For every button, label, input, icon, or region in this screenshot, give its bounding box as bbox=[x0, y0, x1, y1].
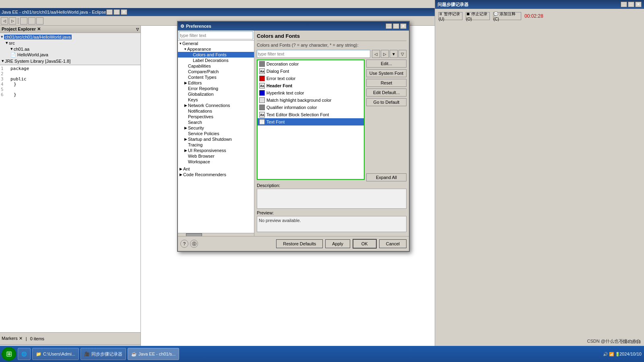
tree-item[interactable]: ▾Appearance bbox=[178, 46, 254, 52]
code-editor[interactable]: 1package 2 3public 4} 5 6} bbox=[0, 65, 140, 332]
color-item-label: Error text color bbox=[266, 76, 295, 81]
ch01-item[interactable]: ▾ ch01.aa bbox=[10, 46, 140, 52]
helloworld-item[interactable]: 📄 HelloWorld.java bbox=[10, 52, 140, 58]
reset-button[interactable]: Reset bbox=[366, 79, 407, 87]
pe-minimize[interactable]: ▽ bbox=[136, 27, 139, 31]
dialog-restore[interactable]: □ bbox=[393, 23, 399, 29]
taskbar-folder[interactable]: 📁 C:\Users\Admi... bbox=[32, 348, 79, 360]
tree-item[interactable]: ▶Capabilities bbox=[178, 63, 254, 69]
tree-item[interactable]: ▶Globalization bbox=[178, 91, 254, 97]
taskbar-sync[interactable]: 🎥 同步步骤记录器 bbox=[80, 348, 126, 360]
edit-button[interactable]: Edit... bbox=[366, 60, 407, 68]
toolbar-btn-2[interactable]: ▷ bbox=[9, 17, 16, 25]
cancel-button[interactable]: Cancel bbox=[379, 239, 407, 248]
tree-item[interactable]: ▶Compare/Patch bbox=[178, 69, 254, 74]
tree-item-label: Web Browser bbox=[188, 154, 215, 158]
tree-item[interactable]: ▶Editors bbox=[178, 80, 254, 86]
nav-down[interactable]: ▼ bbox=[390, 50, 398, 58]
tree-item[interactable]: ▶Colors and Fonts bbox=[178, 52, 254, 58]
nav-collapse[interactable]: ▽ bbox=[398, 50, 407, 58]
close-btn[interactable]: ✕ bbox=[121, 9, 127, 15]
start-button[interactable]: ⊞ bbox=[2, 347, 16, 361]
tree-item[interactable]: ▶Ant bbox=[178, 166, 254, 172]
markers-tab[interactable]: Markers ✕ bbox=[2, 336, 23, 341]
tree-item[interactable]: ▶UI Responsiveness bbox=[178, 148, 254, 153]
src-item[interactable]: ▾ src bbox=[6, 40, 140, 46]
color-list-item[interactable]: Hyperlink text color bbox=[258, 89, 364, 97]
expand-all-button[interactable]: Expand All bbox=[366, 173, 407, 181]
help-icon[interactable]: ? bbox=[180, 240, 188, 248]
tree-horiz-scroll[interactable] bbox=[178, 233, 254, 236]
dialog-close[interactable]: ✕ bbox=[400, 23, 407, 29]
stop-btn[interactable]: ⏹ 停止记录(O) bbox=[466, 12, 490, 20]
tree-filter-input[interactable] bbox=[179, 31, 253, 39]
tree-item[interactable]: ▶Service Policies bbox=[178, 131, 254, 136]
tree-item-label: Keys bbox=[188, 97, 198, 102]
toolbar-btn-1[interactable]: ◁ bbox=[1, 17, 8, 25]
tree-item[interactable]: ▶Error Reporting bbox=[178, 86, 254, 91]
color-list-item[interactable]: Match highlight background color bbox=[258, 97, 364, 104]
go-to-default-button[interactable]: Go to Default bbox=[366, 98, 407, 106]
use-system-font-button[interactable]: Use System Font bbox=[366, 69, 407, 77]
recording-controls: ⏸ 暂停记录(U) ⏹ 停止记录(O) 💬 添加注释(C) 00:02:28 bbox=[438, 12, 641, 20]
nav-forward[interactable]: ▷ bbox=[381, 50, 389, 58]
sw-close[interactable]: ✕ bbox=[635, 2, 642, 7]
colors-filter-input[interactable] bbox=[257, 50, 370, 58]
tree-item[interactable]: ▶Security bbox=[178, 125, 254, 131]
tree-item[interactable]: ▾General bbox=[178, 41, 254, 46]
tree-item[interactable]: ▶Startup and Shutdown bbox=[178, 136, 254, 142]
project-name[interactable]: ch01/src/ch01/aa/HelloWorld.java bbox=[4, 35, 72, 39]
sw-restore[interactable]: □ bbox=[628, 2, 634, 7]
color-list-item[interactable]: AaDialog Font bbox=[258, 68, 364, 75]
eclipse-titlebar: Java EE - ch01/src/ch01/aa/HelloWorld.ja… bbox=[0, 8, 435, 16]
edit-default-button[interactable]: Edit Default... bbox=[366, 88, 407, 97]
eclipse-icon: ☕ bbox=[131, 352, 137, 357]
restore-btn[interactable]: □ bbox=[114, 9, 120, 15]
color-list-item[interactable]: AaText Font bbox=[258, 118, 364, 125]
tree-item[interactable]: ▶Workspace bbox=[178, 159, 254, 165]
toolbar-btn-4[interactable] bbox=[28, 17, 35, 25]
font-swatch: Aa bbox=[259, 119, 265, 125]
taskbar-eclipse[interactable]: ☕ Java EE - ch01/s... bbox=[128, 348, 179, 360]
pause-btn[interactable]: ⏸ 暂停记录(U) bbox=[438, 12, 462, 20]
color-item-label: Hyperlink text color bbox=[266, 90, 304, 95]
toolbar-btn-3[interactable] bbox=[20, 17, 27, 25]
color-list-item[interactable]: Decoration color bbox=[258, 60, 364, 68]
add-comment-btn[interactable]: 💬 添加注释(C) bbox=[493, 12, 521, 20]
tree-item[interactable]: ▶Label Decorations bbox=[178, 58, 254, 63]
tree-item[interactable]: ▶Search bbox=[178, 119, 254, 125]
restore-defaults-button[interactable]: Restore Defaults bbox=[276, 239, 323, 248]
tree-item[interactable]: ▶Tracing bbox=[178, 142, 254, 148]
tree-item-label: Service Policies bbox=[188, 131, 219, 136]
tree-item[interactable]: ▶Notifications bbox=[178, 108, 254, 114]
tree-item[interactable]: ▶Content Types bbox=[178, 74, 254, 80]
tree-item[interactable]: ▶Web Browser bbox=[178, 153, 254, 159]
toolbar-btn-5[interactable] bbox=[36, 17, 43, 25]
minimize-btn[interactable]: _ bbox=[106, 9, 113, 15]
tree-item[interactable]: ▶Perspectives bbox=[178, 114, 254, 119]
tree-item-label: Editors bbox=[188, 80, 202, 85]
preferences-dialog: ⚙ Preferences _ □ ✕ ▾General▾Appearance▶… bbox=[177, 21, 410, 252]
color-list-item[interactable]: AaHeader Font bbox=[258, 82, 364, 89]
color-swatch bbox=[259, 61, 265, 67]
color-list-item[interactable]: Error text color bbox=[258, 75, 364, 82]
nav-back[interactable]: ◁ bbox=[372, 50, 380, 58]
ok-button[interactable]: OK bbox=[353, 239, 377, 249]
tree-item[interactable]: ▶Code Recommenders bbox=[178, 172, 254, 177]
sw-minimize[interactable]: _ bbox=[621, 2, 627, 7]
code-line-1: 1package bbox=[1, 66, 140, 71]
taskbar-sync-label: 同步步骤记录器 bbox=[91, 351, 122, 357]
dialog-minimize[interactable]: _ bbox=[386, 23, 392, 29]
description-box bbox=[257, 189, 407, 209]
color-swatch bbox=[259, 90, 265, 96]
code-line-2: 2 bbox=[1, 71, 140, 76]
color-list-item[interactable]: Qualifier information color bbox=[258, 104, 364, 111]
color-list-item[interactable]: AaText Editor Block Selection Font bbox=[258, 111, 364, 118]
taskbar-ie[interactable]: 🌐 bbox=[18, 348, 31, 360]
tree-item-label: Workspace bbox=[188, 159, 210, 164]
tree-item[interactable]: ▶Network Connections bbox=[178, 103, 254, 108]
tree-item[interactable]: ▶Keys bbox=[178, 97, 254, 103]
info-icon[interactable]: ⓪ bbox=[190, 240, 198, 248]
apply-button[interactable]: Apply bbox=[325, 239, 350, 248]
dialog-bottom: ? ⓪ Restore Defaults Apply OK Cancel bbox=[178, 236, 409, 251]
